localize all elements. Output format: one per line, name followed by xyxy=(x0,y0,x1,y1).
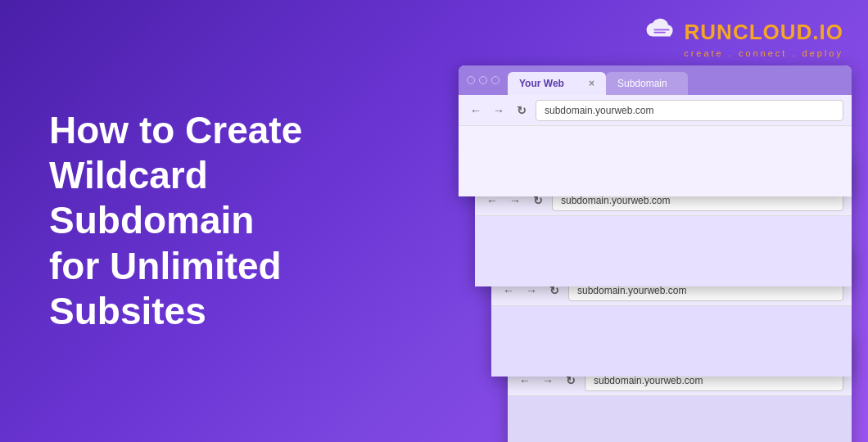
tab-close-1[interactable]: × xyxy=(589,78,594,89)
browser-window-1: Your Web × Subdomain ← → ↻ subdomain.you… xyxy=(459,65,852,196)
browser-tabs-1: Your Web × Subdomain xyxy=(508,65,843,95)
browser-toolbar-1: ← → ↻ subdomain.yourweb.com xyxy=(459,95,852,126)
browser-content-1 xyxy=(459,126,852,196)
logo-text: RUNCLOUD.IO xyxy=(685,20,843,45)
tab-inactive-1[interactable]: Subdomain xyxy=(606,72,688,95)
logo-tagline: create . connect . deploy xyxy=(684,48,843,58)
dot-2 xyxy=(479,76,487,84)
forward-btn-1[interactable]: → xyxy=(490,101,508,120)
heading-area: How to Create Wildcard Subdomain for Unl… xyxy=(49,108,401,334)
address-bar-1[interactable]: subdomain.yourweb.com xyxy=(536,100,843,121)
logo-main: RUNCLOUD.IO xyxy=(645,18,843,47)
browser-titlebar-1: Your Web × Subdomain xyxy=(459,65,852,95)
logo-area: RUNCLOUD.IO create . connect . deploy xyxy=(645,18,843,58)
back-btn-1[interactable]: ← xyxy=(467,101,485,120)
cloud-logo-icon xyxy=(645,18,678,47)
tab-active-1[interactable]: Your Web × xyxy=(508,72,606,95)
heading-line2: Wildcard Subdomain xyxy=(49,153,401,243)
heading-line1: How to Create xyxy=(49,108,401,153)
url-text-1: subdomain.yourweb.com xyxy=(545,105,653,116)
page-container: RUNCLOUD.IO create . connect . deploy Ho… xyxy=(0,0,868,442)
tab-active-label-1: Your Web xyxy=(519,78,564,89)
dot-3 xyxy=(491,76,500,84)
heading-line3: for Unlimited Subsites xyxy=(49,244,401,334)
heading-text: How to Create Wildcard Subdomain for Unl… xyxy=(49,108,401,334)
refresh-btn-1[interactable]: ↻ xyxy=(513,101,531,120)
browser-dots-1 xyxy=(467,76,500,84)
tab-inactive-label-1: Subdomain xyxy=(617,78,667,89)
browsers-container: Your Web × S... ← → ↻ subdomain.yourweb.… xyxy=(459,65,868,434)
dot-1 xyxy=(467,76,475,84)
